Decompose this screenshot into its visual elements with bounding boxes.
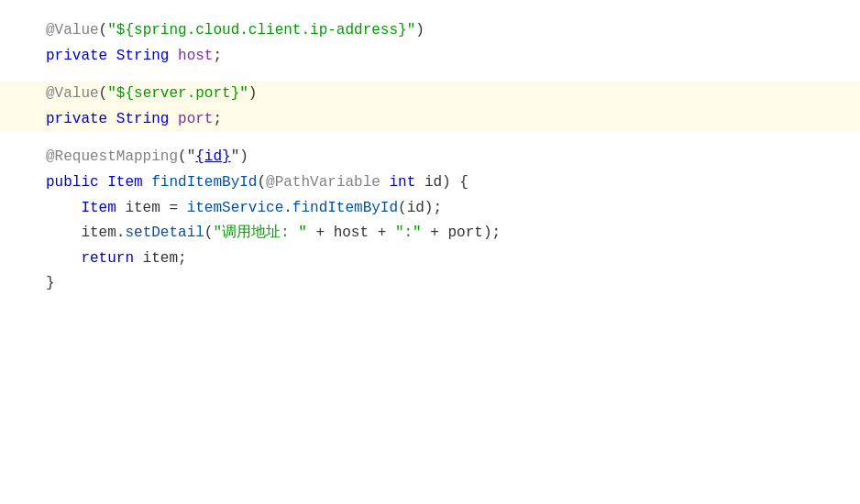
line-3-highlighted: @Value("${server.port}") bbox=[0, 82, 860, 107]
keyword-int: int bbox=[390, 171, 416, 195]
plain bbox=[169, 108, 178, 132]
annotation-value-2: @Value bbox=[46, 82, 99, 106]
type-item-2: Item bbox=[81, 197, 116, 221]
plain bbox=[107, 108, 116, 132]
plain: ( bbox=[99, 19, 108, 43]
type-string-1: String bbox=[116, 45, 170, 69]
plain: ; bbox=[213, 108, 222, 132]
plain: + host + bbox=[307, 222, 395, 246]
plain bbox=[107, 45, 116, 69]
line-4-highlighted: private String port; bbox=[0, 107, 860, 133]
line-8: item.setDetail("调用地址: " + host + ":" + p… bbox=[46, 221, 832, 247]
type-item: Item bbox=[107, 171, 142, 195]
plain: (" bbox=[178, 146, 195, 170]
plain-indent bbox=[46, 222, 81, 246]
string-id: {id} bbox=[195, 146, 230, 170]
string-value-2: "${server.port}" bbox=[107, 82, 248, 106]
string-chinese: "调用地址: " bbox=[213, 222, 306, 246]
spacer-1 bbox=[46, 69, 832, 82]
plain-indent bbox=[46, 197, 81, 221]
code-block: @Value("${spring.cloud.client.ip-address… bbox=[46, 18, 832, 297]
plain-indent bbox=[46, 247, 81, 271]
method-finditembyid: findItemById bbox=[151, 171, 257, 195]
field-host: host bbox=[178, 45, 213, 69]
string-value-1: "${spring.cloud.client.ip-address}" bbox=[107, 19, 415, 43]
keyword-return: return bbox=[81, 247, 134, 271]
keyword-public: public bbox=[46, 171, 99, 195]
plain: ") bbox=[231, 146, 248, 170]
plain: ) bbox=[415, 19, 424, 43]
method-itemservice-finditembyid: itemService.findItemById bbox=[187, 197, 398, 221]
type-string-2: String bbox=[116, 108, 170, 132]
plain: item = bbox=[116, 197, 187, 221]
plain: ; bbox=[213, 45, 222, 69]
keyword-private-2: private bbox=[46, 108, 107, 132]
spacer-2 bbox=[46, 132, 832, 145]
plain: + port); bbox=[422, 222, 501, 246]
keyword-private-1: private bbox=[46, 45, 107, 69]
plain: ( bbox=[99, 82, 108, 106]
plain: ) bbox=[248, 82, 258, 106]
plain: ( bbox=[204, 222, 214, 246]
line-1: @Value("${spring.cloud.client.ip-address… bbox=[46, 18, 832, 44]
line-5: @RequestMapping("{id}") bbox=[46, 145, 832, 170]
annotation-pathvariable: @PathVariable bbox=[266, 171, 380, 195]
annotation-requestmapping: @RequestMapping bbox=[46, 146, 178, 170]
plain: id) { bbox=[415, 171, 469, 195]
field-port: port bbox=[178, 108, 213, 132]
line-9: return item; bbox=[46, 247, 832, 272]
line-7: Item item = itemService.findItemById(id)… bbox=[46, 196, 832, 222]
annotation-value-1: @Value bbox=[46, 19, 99, 43]
plain-closing-brace: } bbox=[46, 272, 55, 296]
method-setdetail: setDetail bbox=[125, 222, 204, 246]
line-2: private String host; bbox=[46, 44, 832, 70]
line-10: } bbox=[46, 271, 832, 297]
plain: ( bbox=[257, 171, 266, 195]
plain: (id); bbox=[398, 197, 442, 221]
string-colon: ":" bbox=[395, 222, 422, 246]
plain bbox=[143, 171, 152, 195]
plain-item: item. bbox=[81, 222, 125, 246]
code-container: @Value("${spring.cloud.client.ip-address… bbox=[0, 0, 860, 504]
plain bbox=[99, 171, 108, 195]
line-6: public Item findItemById(@PathVariable i… bbox=[46, 170, 832, 196]
plain bbox=[380, 171, 390, 195]
plain: item; bbox=[134, 247, 187, 271]
plain bbox=[169, 45, 178, 69]
